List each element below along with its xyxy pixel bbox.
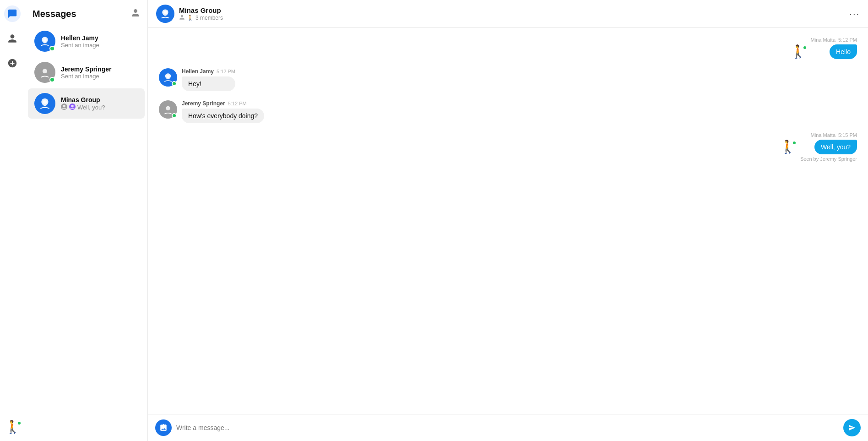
svg-point-13 xyxy=(166,75,169,78)
hey-message-content: Hellen Jamy 5:12 PM Hey! xyxy=(182,68,235,91)
conv-info-jeremy: Jeremy Springer Sent an image xyxy=(61,65,138,80)
chat-nav-icon[interactable] xyxy=(4,5,21,22)
svg-point-15 xyxy=(166,106,170,110)
conv-avatar-minas xyxy=(34,93,55,114)
svg-point-5 xyxy=(43,100,47,104)
conv-avatar-jeremy xyxy=(34,62,55,83)
message-row-hows: Jeremy Springer 5:12 PM How's everybody … xyxy=(159,100,857,123)
conv-info-minas: Minas Group Well, you? xyxy=(61,96,138,111)
jeremy-msg-avatar xyxy=(159,100,177,119)
chat-group-name: Minas Group xyxy=(179,6,845,14)
chat-messages: Mina Matta 5:12 PM Hello 🚶 xyxy=(148,28,868,414)
hellen-msg-avatar xyxy=(159,68,177,87)
conv-item-minas[interactable]: Minas Group Well, you? xyxy=(28,88,145,119)
sidebar-title: Messages xyxy=(33,9,76,19)
sidebar-header: Messages xyxy=(25,0,147,25)
hellen-online-dot xyxy=(49,46,55,51)
more-options-button[interactable]: ··· xyxy=(849,9,860,19)
outgoing-wellyou-time: 5:15 PM xyxy=(838,132,857,138)
svg-point-3 xyxy=(43,69,47,73)
hows-message-content: Jeremy Springer 5:12 PM How's everybody … xyxy=(182,100,264,123)
conv-name-jeremy: Jeremy Springer xyxy=(61,65,138,73)
outgoing-wellyou-avatar: 🚶 xyxy=(780,141,796,153)
conv-preview-minas: Well, you? xyxy=(77,104,105,111)
current-user-area: 🚶 xyxy=(5,421,21,434)
chat-main: Minas Group 🚶 3 members ··· Mina Matta 5… xyxy=(148,0,868,441)
hey-time: 5:12 PM xyxy=(217,69,235,74)
conv-preview-jeremy: Sent an image xyxy=(61,73,138,80)
chat-input-bar xyxy=(148,414,868,441)
outgoing-wellyou-sender: Mina Matta xyxy=(811,132,835,138)
hows-bubble: How's everybody doing? xyxy=(182,109,264,123)
conv-mini-avatar-2 xyxy=(69,103,76,111)
conv-name-hellen: Hellen Jamy xyxy=(61,34,138,42)
message-row-wellyou: Mina Matta 5:15 PM Well, you? Seen by Je… xyxy=(159,132,857,162)
outgoing-wellyou-online-dot xyxy=(792,141,797,145)
jeremy-msg-online-dot xyxy=(172,113,177,118)
hey-message-meta: Hellen Jamy 5:12 PM xyxy=(182,68,235,75)
attach-icon[interactable] xyxy=(155,419,172,436)
conv-item-jeremy[interactable]: Jeremy Springer Sent an image xyxy=(28,57,145,87)
outgoing-hello-sender: Mina Matta xyxy=(811,37,835,43)
hey-sender: Hellen Jamy xyxy=(182,68,214,75)
svg-point-11 xyxy=(163,11,167,14)
conv-item-hellen[interactable]: Hellen Jamy Sent an image xyxy=(28,26,145,56)
members-count: 3 members xyxy=(195,15,223,21)
conv-mini-avatar-1 xyxy=(61,103,67,111)
outgoing-hello-avatar: 🚶 xyxy=(790,45,806,58)
conversation-list: Hellen Jamy Sent an image Jeremy Springe… xyxy=(25,25,147,441)
chat-header: Minas Group 🚶 3 members ··· xyxy=(148,0,868,28)
outgoing-hello-online-dot xyxy=(803,45,807,50)
message-row-hey: Hellen Jamy 5:12 PM Hey! xyxy=(159,68,857,91)
sidebar-header-icon[interactable] xyxy=(131,8,140,20)
chat-header-right: ··· xyxy=(849,9,860,19)
conv-preview-hellen: Sent an image xyxy=(61,42,138,49)
hows-message-meta: Jeremy Springer 5:12 PM xyxy=(182,100,264,107)
svg-point-9 xyxy=(71,104,74,107)
profile-nav-icon[interactable] xyxy=(4,30,21,47)
chat-header-avatar xyxy=(156,5,174,23)
outgoing-wellyou-bubble: Well, you? xyxy=(814,140,857,154)
hows-sender: Jeremy Springer xyxy=(182,100,225,107)
seen-text: Seen by Jeremy Springer xyxy=(800,156,857,162)
outgoing-hello-bubble: Hello xyxy=(830,44,857,59)
hellen-msg-online-dot xyxy=(172,81,177,86)
outgoing-wellyou-content: Mina Matta 5:15 PM Well, you? Seen by Je… xyxy=(800,132,857,162)
sidebar: Messages Hellen Jamy Sent an image xyxy=(25,0,148,441)
member-icon-figure: 🚶 xyxy=(187,15,194,21)
chat-members-row: 🚶 3 members xyxy=(179,14,845,22)
jeremy-online-dot xyxy=(49,77,55,82)
outgoing-wellyou-meta: Mina Matta 5:15 PM xyxy=(811,132,857,138)
outgoing-hello-time: 5:12 PM xyxy=(838,37,857,43)
conv-avatar-hellen xyxy=(34,31,55,52)
message-row-hello: Mina Matta 5:12 PM Hello 🚶 xyxy=(159,37,857,59)
svg-point-1 xyxy=(43,38,47,42)
outgoing-hello-meta: Mina Matta 5:12 PM xyxy=(811,37,857,43)
add-nav-icon[interactable] xyxy=(4,55,21,71)
member-icon-person xyxy=(179,14,185,22)
icon-bar: 🚶 xyxy=(0,0,25,441)
hows-time: 5:12 PM xyxy=(228,101,247,106)
hey-bubble: Hey! xyxy=(182,76,235,91)
conv-info-hellen: Hellen Jamy Sent an image xyxy=(61,34,138,49)
svg-point-7 xyxy=(63,104,65,107)
message-input[interactable] xyxy=(176,424,839,431)
outgoing-hello-content: Mina Matta 5:12 PM Hello xyxy=(811,37,857,59)
current-user-online-dot xyxy=(17,421,22,425)
conv-name-minas: Minas Group xyxy=(61,96,138,103)
chat-header-info: Minas Group 🚶 3 members xyxy=(179,6,845,22)
send-button[interactable] xyxy=(843,419,861,436)
current-user-avatar: 🚶 xyxy=(5,421,21,434)
